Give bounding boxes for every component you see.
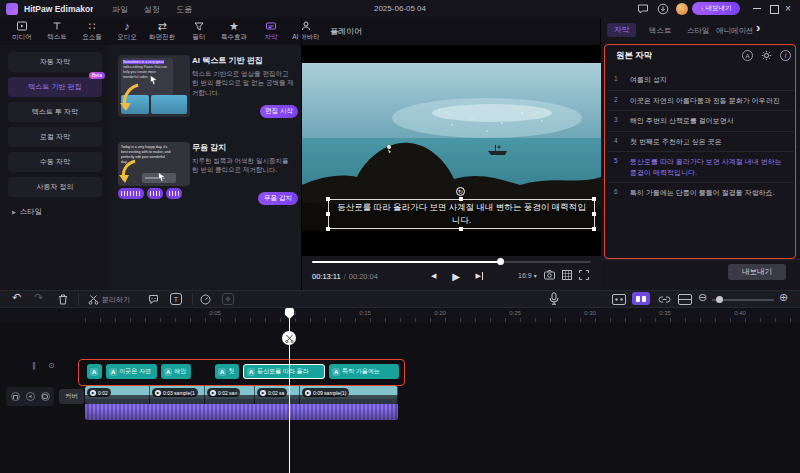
sidebar-item-text-to-subtitle[interactable]: 텍스트 투 자막 (8, 102, 102, 122)
track-manager-icon[interactable] (612, 294, 626, 305)
silence-detect-button[interactable]: 무음 감지 (258, 192, 298, 205)
subtitle-clip[interactable]: A해안 주 (161, 364, 191, 379)
thumbnail-toggle-icon[interactable] (678, 294, 692, 305)
zoom-in-icon[interactable]: ⊕ (779, 291, 788, 304)
split-icon[interactable] (88, 294, 99, 305)
seek-progress (312, 261, 500, 263)
start-editing-button[interactable]: 편집 시작 (260, 105, 298, 118)
grid-icon[interactable] (562, 270, 572, 280)
resize-handle[interactable] (326, 197, 330, 201)
sidebar-item-customize[interactable]: 사용자 정의 (8, 177, 102, 197)
thumb-video-frame (151, 95, 187, 114)
tab-subtitle[interactable]: 자막 (607, 23, 636, 37)
track-adjust-icon[interactable]: ∥ (32, 361, 36, 370)
resize-handle[interactable] (592, 227, 596, 231)
visibility-icon[interactable] (41, 392, 50, 401)
toolbar-ai-avatar[interactable]: AI 아바타 (284, 20, 328, 42)
subtitle-clip[interactable]: A이곳은 자연 (106, 364, 157, 379)
clip-duration-badge: ▶0:02 sa (257, 388, 287, 397)
close-button[interactable]: × (785, 0, 791, 17)
chevron-down-icon: ▾ (534, 272, 537, 279)
resize-handle[interactable] (592, 212, 596, 216)
export-button-top[interactable]: ↑ 내보내기 (692, 2, 740, 15)
card-title: 무음 감지 (192, 142, 298, 153)
menu-file[interactable]: 파일 (112, 4, 128, 15)
sidebar-item-text-based-edit[interactable]: 텍스트 기반 편집 Beta (8, 77, 102, 97)
redo-icon[interactable]: ↷ (34, 291, 43, 304)
aspect-ratio-select[interactable]: 16:9▾ (518, 272, 537, 279)
zoom-slider-knob[interactable] (716, 296, 723, 303)
audio-waveform-track[interactable] (85, 404, 398, 420)
resize-handle[interactable] (459, 227, 463, 231)
play-button[interactable]: ▶ (452, 271, 460, 282)
ruler-labels: 0:05 0:10 0:15 0:20 0:25 0:30 0:35 0:40 (0, 310, 800, 318)
menu-help[interactable]: 도움 (176, 4, 192, 15)
add-text-icon[interactable]: T (170, 293, 182, 305)
resize-handle[interactable] (459, 197, 463, 201)
sidebar-item-style[interactable]: ▶ 스타일 (12, 205, 42, 219)
card-description: 지루한 침묵과 어색한 일시중지를 한 번의 클릭으로 제거합니다. (192, 156, 296, 175)
subtitle-clip[interactable]: A (87, 364, 102, 379)
resize-handle[interactable] (326, 227, 330, 231)
resize-handle[interactable] (326, 212, 330, 216)
subtitle-clip[interactable]: A특히 가을에는 (329, 364, 399, 379)
mute-icon[interactable] (26, 392, 35, 401)
translate-icon[interactable]: A (742, 50, 753, 61)
avatar-icon (284, 20, 328, 32)
subtitle-row[interactable]: 1여름의 성지 (608, 70, 794, 90)
subtitle-selection-box[interactable]: 등산로를 따라 올라가다 보면 사계절 내내 변하는 풍경이 매력적입니다. (328, 199, 595, 229)
original-subtitle-header: 원본 자막 (616, 50, 652, 62)
record-voiceover-icon[interactable] (549, 292, 559, 305)
play-badge-icon: ▶ (155, 390, 161, 396)
rotate-handle[interactable]: ↻ (456, 187, 465, 196)
audio-segment (118, 188, 144, 199)
track-controls (6, 387, 54, 406)
speed-icon[interactable] (200, 294, 211, 305)
zoom-out-icon[interactable]: ⊖ (698, 291, 707, 304)
prev-frame-button[interactable]: ◀ (431, 272, 436, 280)
tab-style[interactable]: 스타일 (687, 26, 710, 36)
subtitle-clip[interactable]: A첫 (215, 364, 239, 379)
delete-icon[interactable] (58, 294, 68, 305)
tab-animation[interactable]: 애니메이션 (716, 26, 754, 36)
subtitle-clip-selected[interactable]: A등산로를 따라 올라 (243, 364, 325, 379)
minimize-button[interactable] (753, 8, 761, 9)
menu-settings[interactable]: 설정 (144, 4, 160, 15)
feedback-icon[interactable] (637, 3, 649, 15)
next-frame-button[interactable]: ▶ (476, 272, 483, 280)
subtitle-row[interactable]: 3해안 주변의 산책로를 걸어보면서 (608, 110, 794, 131)
info-icon[interactable]: i (780, 50, 791, 61)
subtitle-row[interactable]: 6특히 가을에는 단풍이 물들어 절경을 자랑하죠. (608, 182, 794, 203)
sidebar-item-manual-subtitle[interactable]: 수동 자막 (8, 152, 102, 172)
marker-icon[interactable] (148, 294, 159, 305)
seek-knob[interactable] (497, 258, 504, 265)
user-avatar[interactable] (676, 3, 688, 15)
tab-player[interactable]: 플레이어 (330, 22, 362, 42)
export-button[interactable]: 내보내기 (728, 264, 786, 280)
gear-icon[interactable] (761, 50, 772, 61)
link-icon[interactable] (658, 294, 671, 305)
lock-icon[interactable] (11, 392, 20, 401)
video-track-clip[interactable] (85, 386, 398, 404)
track-target-icon[interactable]: ⊙ (48, 361, 55, 370)
download-icon[interactable] (657, 3, 669, 15)
tabs-more-arrow[interactable]: › (756, 20, 760, 35)
playhead-split-badge[interactable] (282, 331, 296, 345)
keyframe-icon[interactable] (222, 293, 234, 305)
beta-badge: Beta (89, 72, 105, 79)
undo-icon[interactable]: ↶ (12, 291, 21, 304)
subtitle-row[interactable]: 4첫 번째로 추천하고 싶은 곳은 (608, 131, 794, 152)
cover-button[interactable]: 커버 (59, 389, 84, 404)
fullscreen-icon[interactable] (579, 270, 589, 280)
sidebar-item-local-subtitle[interactable]: 로컬 자막 (8, 127, 102, 147)
card-title: AI 텍스트 기반 편집 (192, 55, 298, 66)
split-label[interactable]: 분리하기 (102, 295, 130, 305)
subtitle-row-selected[interactable]: 5등산로를 따라 올라가다 보면 사계절 내내 변하는 풍경이 매력적입니다. (608, 151, 794, 182)
resize-handle[interactable] (592, 197, 596, 201)
subtitle-row[interactable]: 2이곳은 자연의 아름다움과 전통 문화가 어우러진 (608, 90, 794, 111)
ripple-edit-icon[interactable] (632, 292, 650, 305)
maximize-button[interactable] (770, 5, 779, 14)
sidebar-item-auto-subtitle[interactable]: 자동 자막 (8, 52, 102, 72)
tab-text[interactable]: 텍스트 (649, 26, 672, 36)
snapshot-icon[interactable] (544, 270, 555, 280)
